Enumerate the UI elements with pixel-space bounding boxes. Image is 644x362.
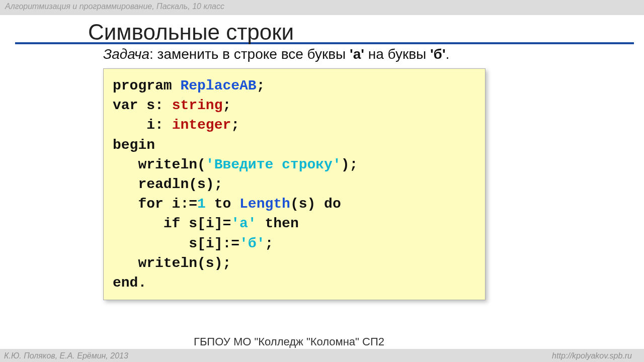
code-l07b: 1 [197,196,206,212]
code-l05b: 'Введите строку' [206,157,341,172]
code-l07c: to [206,196,239,212]
task-line: Задача: заменить в строке все буквы 'а' … [103,46,449,62]
page-title-text: Символьные строки [88,20,624,44]
code-l03c: ; [231,117,239,133]
code-l06: readln(s); [113,176,222,192]
task-text-before: заменить в строке все буквы [157,46,350,62]
code-l01c: ; [257,78,265,94]
footer-url: http://kpolyakov.spb.ru [552,351,632,360]
footer-college-line1: ГБПОУ МО "Колледж "Коломна" СП2 [194,335,384,348]
breadcrumb: Алгоритмизация и программирование, Паска… [0,0,644,15]
code-l03a: i: [113,117,172,133]
footer-authors: К.Ю. Поляков, Е.А. Ерёмин, 2013 [4,351,128,360]
code-l11: end. [113,275,146,291]
code-l08a: if s[i]= [113,216,231,231]
code-l02b: string [172,98,223,113]
code-l03b: integer [172,117,231,133]
task-text-mid: на буквы [364,46,430,62]
task-bold-a: 'а' [350,46,364,62]
bottom-bar: К.Ю. Поляков, Е.А. Ерёмин, 2013 http://k… [0,349,644,362]
code-l10: writeln(s); [113,255,231,271]
task-tail: . [446,46,450,62]
page-title: Символьные строки [88,20,624,44]
code-l05c: ); [341,157,358,172]
code-l04: begin [113,137,155,153]
code-l07a: for i:= [113,196,197,212]
code-l01b: ReplaceAB [180,78,256,94]
code-l02a: var s: [113,98,172,113]
code-l09b: 'б' [239,236,265,251]
code-l08c: then [257,216,299,231]
task-bold-b: 'б' [430,46,446,62]
code-block: program ReplaceAB; var s: string; i: int… [113,76,476,293]
code-l07d: Length [239,196,290,212]
code-l01a: program [113,78,180,94]
task-sep: : [149,46,157,62]
code-l07e: (s) do [290,196,341,212]
task-label: Задача [103,46,149,62]
code-l02c: ; [222,98,231,113]
code-l05a: writeln( [113,157,206,172]
breadcrumb-text: Алгоритмизация и программирование, Паска… [5,2,224,11]
code-l09a: s[i]:= [113,236,239,251]
code-box: program ReplaceAB; var s: string; i: int… [103,68,486,300]
code-l08b: 'а' [231,216,256,231]
code-l09c: ; [265,236,273,251]
